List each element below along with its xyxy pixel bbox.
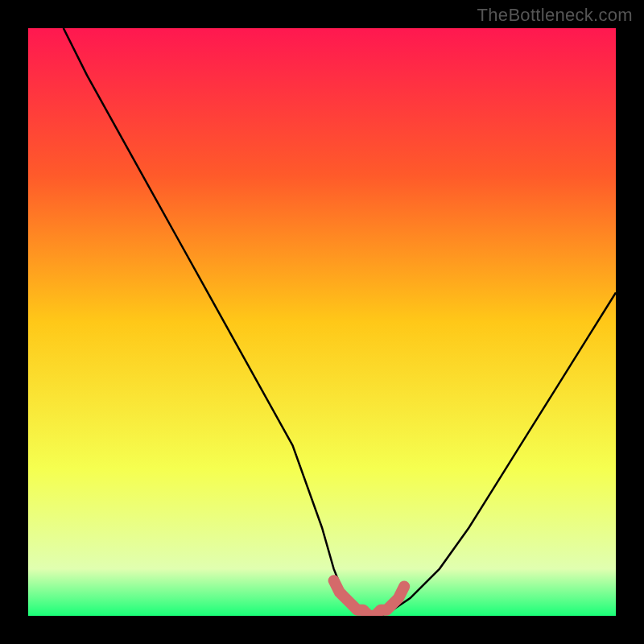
curve-overlay	[28, 28, 616, 616]
optimal-range-marker	[334, 580, 405, 616]
watermark-text: TheBottleneck.com	[477, 5, 633, 26]
plot-area	[28, 28, 616, 616]
bottleneck-curve-line	[64, 28, 616, 616]
